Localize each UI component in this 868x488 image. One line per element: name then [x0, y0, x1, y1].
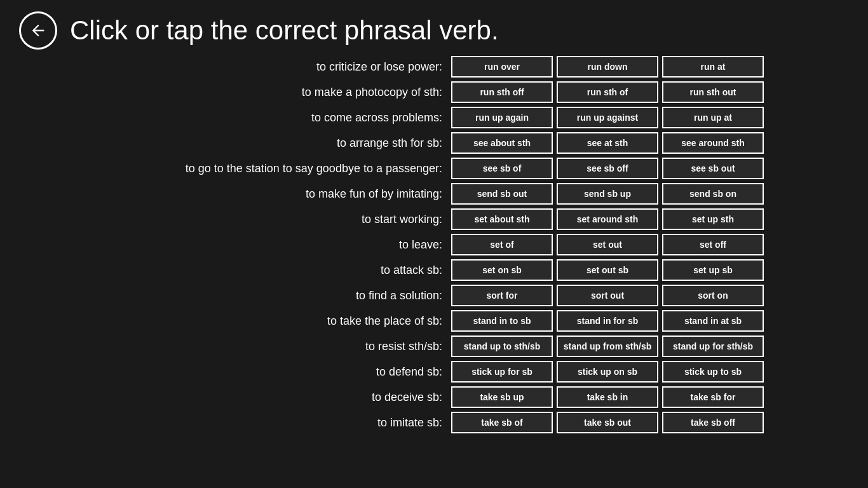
question-label: to leave: [19, 238, 451, 252]
option-button-9-2[interactable]: sort on [662, 285, 764, 306]
question-label: to go to the station to say goodbye to a… [19, 162, 451, 175]
question-label: to start working: [19, 213, 451, 226]
options-group: take sb uptake sb intake sb for [451, 386, 764, 408]
option-button-14-2[interactable]: take sb off [662, 412, 764, 433]
option-button-12-1[interactable]: stick up on sb [557, 361, 658, 383]
option-button-9-1[interactable]: sort out [557, 285, 658, 306]
options-group: see sb ofsee sb offsee sb out [451, 158, 764, 179]
question-label: to attack sb: [19, 264, 451, 277]
quiz-row: to make fun of by imitating:send sb outs… [19, 183, 849, 205]
question-label: to come across problems: [19, 111, 451, 125]
option-button-12-2[interactable]: stick up to sb [662, 361, 764, 383]
options-group: set about sthset around sthset up sth [451, 208, 764, 230]
option-button-7-0[interactable]: set of [451, 234, 553, 255]
option-button-1-2[interactable]: run sth out [662, 81, 764, 103]
question-label: to criticize or lose power: [19, 60, 451, 74]
option-button-6-0[interactable]: set about sth [451, 208, 553, 230]
options-group: see about sthsee at sthsee around sth [451, 132, 764, 154]
quiz-row: to come across problems:run up againrun … [19, 107, 849, 128]
options-group: run up againrun up againstrun up at [451, 107, 764, 128]
quiz-row: to take the place of sb:stand in to sbst… [19, 310, 849, 332]
options-group: run sth offrun sth ofrun sth out [451, 81, 764, 103]
quiz-row: to arrange sth for sb:see about sthsee a… [19, 132, 849, 154]
question-label: to take the place of sb: [19, 315, 451, 328]
option-button-0-0[interactable]: run over [451, 56, 553, 78]
option-button-2-2[interactable]: run up at [662, 107, 764, 128]
question-label: to find a solution: [19, 289, 451, 302]
options-group: stand in to sbstand in for sbstand in at… [451, 310, 764, 332]
option-button-10-1[interactable]: stand in for sb [557, 310, 658, 332]
option-button-11-2[interactable]: stand up for sth/sb [662, 336, 764, 357]
question-label: to make fun of by imitating: [19, 187, 451, 201]
option-button-4-1[interactable]: see sb off [557, 158, 658, 179]
question-label: to deceive sb: [19, 391, 451, 404]
quiz-row: to make a photocopy of sth:run sth offru… [19, 81, 849, 103]
option-button-14-0[interactable]: take sb of [451, 412, 553, 433]
question-label: to arrange sth for sb: [19, 137, 451, 150]
quiz-row: to defend sb:stick up for sbstick up on … [19, 361, 849, 383]
option-button-4-2[interactable]: see sb out [662, 158, 764, 179]
option-button-5-0[interactable]: send sb out [451, 183, 553, 205]
options-group: take sb oftake sb outtake sb off [451, 412, 764, 433]
options-group: set ofset outset off [451, 234, 764, 255]
option-button-13-0[interactable]: take sb up [451, 386, 553, 408]
quiz-row: to attack sb:set on sbset out sbset up s… [19, 259, 849, 281]
quiz-row: to find a solution:sort forsort outsort … [19, 285, 849, 306]
page-title: Click or tap the correct phrasal verb. [70, 15, 499, 46]
option-button-3-2[interactable]: see around sth [662, 132, 764, 154]
option-button-7-2[interactable]: set off [662, 234, 764, 255]
page-header: Click or tap the correct phrasal verb. [0, 0, 868, 56]
option-button-2-0[interactable]: run up again [451, 107, 553, 128]
options-group: sort forsort outsort on [451, 285, 764, 306]
option-button-2-1[interactable]: run up against [557, 107, 658, 128]
option-button-5-1[interactable]: send sb up [557, 183, 658, 205]
back-button[interactable] [19, 11, 57, 50]
quiz-row: to imitate sb:take sb oftake sb outtake … [19, 412, 849, 433]
question-label: to defend sb: [19, 365, 451, 379]
option-button-11-1[interactable]: stand up from sth/sb [557, 336, 658, 357]
option-button-14-1[interactable]: take sb out [557, 412, 658, 433]
option-button-3-0[interactable]: see about sth [451, 132, 553, 154]
option-button-6-2[interactable]: set up sth [662, 208, 764, 230]
option-button-0-2[interactable]: run at [662, 56, 764, 78]
option-button-13-2[interactable]: take sb for [662, 386, 764, 408]
options-group: set on sbset out sbset up sb [451, 259, 764, 281]
option-button-8-0[interactable]: set on sb [451, 259, 553, 281]
option-button-6-1[interactable]: set around sth [557, 208, 658, 230]
option-button-4-0[interactable]: see sb of [451, 158, 553, 179]
option-button-8-2[interactable]: set up sb [662, 259, 764, 281]
option-button-10-2[interactable]: stand in at sb [662, 310, 764, 332]
question-label: to make a photocopy of sth: [19, 86, 451, 99]
quiz-row: to go to the station to say goodbye to a… [19, 158, 849, 179]
option-button-1-0[interactable]: run sth off [451, 81, 553, 103]
quiz-row: to resist sth/sb:stand up to sth/sbstand… [19, 336, 849, 357]
question-label: to imitate sb: [19, 416, 451, 430]
question-label: to resist sth/sb: [19, 340, 451, 353]
quiz-row: to criticize or lose power:run overrun d… [19, 56, 849, 78]
option-button-11-0[interactable]: stand up to sth/sb [451, 336, 553, 357]
options-group: stick up for sbstick up on sbstick up to… [451, 361, 764, 383]
option-button-3-1[interactable]: see at sth [557, 132, 658, 154]
option-button-12-0[interactable]: stick up for sb [451, 361, 553, 383]
option-button-9-0[interactable]: sort for [451, 285, 553, 306]
quiz-row: to deceive sb:take sb uptake sb intake s… [19, 386, 849, 408]
option-button-0-1[interactable]: run down [557, 56, 658, 78]
quiz-row: to leave:set ofset outset off [19, 234, 849, 255]
option-button-13-1[interactable]: take sb in [557, 386, 658, 408]
options-group: stand up to sth/sbstand up from sth/sbst… [451, 336, 764, 357]
quiz-row: to start working:set about sthset around… [19, 208, 849, 230]
quiz-content: to criticize or lose power:run overrun d… [0, 56, 868, 433]
options-group: send sb outsend sb upsend sb on [451, 183, 764, 205]
option-button-7-1[interactable]: set out [557, 234, 658, 255]
option-button-10-0[interactable]: stand in to sb [451, 310, 553, 332]
option-button-8-1[interactable]: set out sb [557, 259, 658, 281]
option-button-1-1[interactable]: run sth of [557, 81, 658, 103]
options-group: run overrun downrun at [451, 56, 764, 78]
option-button-5-2[interactable]: send sb on [662, 183, 764, 205]
